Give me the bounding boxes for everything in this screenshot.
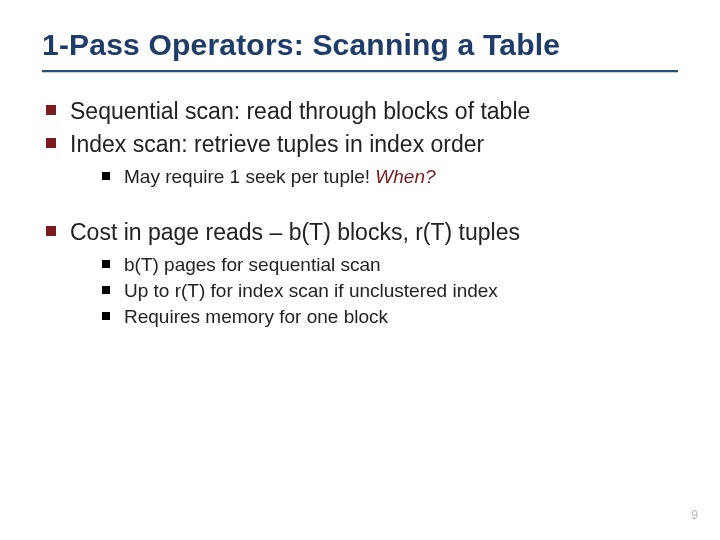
sublist-index-scan: May require 1 seek per tuple! When? (70, 165, 678, 189)
spacer (42, 192, 678, 218)
bullet-cost-idx: Up to r(T) for index scan if unclustered… (96, 279, 678, 303)
bullet-cost-mem: Requires memory for one block (96, 305, 678, 329)
slide-title: 1-Pass Operators: Scanning a Table (42, 28, 678, 62)
seek-when: When? (375, 166, 435, 187)
seek-text: May require 1 seek per tuple! (124, 166, 375, 187)
bullet-cost: Cost in page reads – b(T) blocks, r(T) t… (42, 218, 678, 328)
bullet-index-scan-text: Index scan: retrieve tuples in index ord… (70, 131, 484, 157)
bullet-cost-seq: b(T) pages for sequential scan (96, 253, 678, 277)
sublist-cost: b(T) pages for sequential scan Up to r(T… (70, 253, 678, 328)
bullet-list: Sequential scan: read through blocks of … (42, 97, 678, 188)
bullet-sequential-scan: Sequential scan: read through blocks of … (42, 97, 678, 126)
bullet-cost-text: Cost in page reads – b(T) blocks, r(T) t… (70, 219, 520, 245)
bullet-seek-per-tuple: May require 1 seek per tuple! When? (96, 165, 678, 189)
slide-container: 1-Pass Operators: Scanning a Table Seque… (0, 0, 720, 540)
bullet-list-cost: Cost in page reads – b(T) blocks, r(T) t… (42, 218, 678, 328)
page-number: 9 (691, 508, 698, 522)
bullet-index-scan: Index scan: retrieve tuples in index ord… (42, 130, 678, 189)
title-underline (42, 70, 678, 73)
